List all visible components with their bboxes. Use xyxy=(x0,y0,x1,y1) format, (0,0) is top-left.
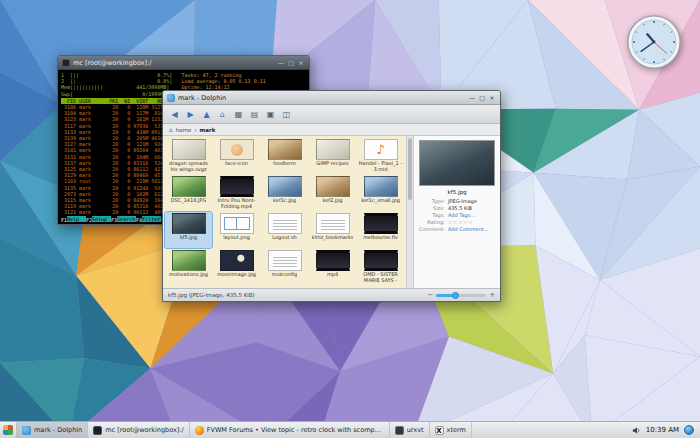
file-item[interactable]: mp4 xyxy=(309,249,356,285)
file-item[interactable]: layout.png xyxy=(213,212,260,248)
details-view-icon[interactable]: ▤ xyxy=(248,108,261,121)
file-item[interactable]: mozconfig xyxy=(261,249,308,285)
rating-stars: ☆☆☆☆☆ xyxy=(448,219,497,225)
file-item[interactable]: OMD - SISTER MARIE SAYS - OFFICIAL VIDEO xyxy=(357,249,404,285)
file-label: kf5.jpg xyxy=(180,235,197,241)
file-thumbnail xyxy=(316,213,350,234)
back-icon[interactable]: ◀ xyxy=(168,108,181,121)
file-item[interactable]: kef1c_small.jpg xyxy=(357,175,404,211)
terminal-title: mc [root@workingbox]:/ xyxy=(73,59,152,67)
file-item[interactable]: Logout.sh xyxy=(261,212,308,248)
taskbar-item[interactable]: urxvt xyxy=(390,422,430,438)
file-item[interactable]: face-icon xyxy=(213,138,260,174)
zoom-out-icon[interactable]: − xyxy=(427,291,433,299)
zoom-slider-handle[interactable] xyxy=(452,292,459,299)
file-thumbnail xyxy=(172,250,206,271)
analog-clock-widget xyxy=(626,14,682,70)
minimize-icon[interactable]: — xyxy=(277,58,285,67)
taskbar-item[interactable]: FVWM Forums • View topic - retro clock w… xyxy=(190,422,390,438)
dolphin-window[interactable]: mark - Dolphin — □ × ◀▶▲⌂▦▤▣◫ ⌂ home › m… xyxy=(162,90,501,302)
taskbar-item[interactable]: Xxterm xyxy=(430,422,472,438)
file-item[interactable]: DSC_1418.JPG xyxy=(165,175,212,211)
fkey-label[interactable]: Filter xyxy=(142,216,161,222)
minimize-icon[interactable]: — xyxy=(468,93,476,102)
tray-icon[interactable] xyxy=(684,425,694,435)
file-item[interactable]: Handel - Flavi_1 - 3.mid xyxy=(357,138,404,174)
fkey-label[interactable]: Setup xyxy=(92,216,111,222)
file-label: melbourne.flv xyxy=(363,235,398,241)
status-text: kf5.jpg (JPEG-Image, 435.5 KiB) xyxy=(168,292,255,298)
launcher-button[interactable] xyxy=(0,422,17,438)
volume-icon[interactable] xyxy=(632,426,641,435)
file-item[interactable]: Intru Pou Nont-Folding.mp4 xyxy=(213,175,260,211)
file-item[interactable]: kef1c.jpg xyxy=(261,175,308,211)
zoom-slider[interactable] xyxy=(436,294,486,297)
terminal-icon xyxy=(93,426,102,435)
close-icon[interactable]: × xyxy=(297,58,305,67)
forward-icon[interactable]: ▶ xyxy=(184,108,197,121)
taskbar-clock[interactable]: 10:39 AM xyxy=(646,426,679,434)
fkey-label[interactable]: Search xyxy=(117,216,136,222)
dolphin-window-icon xyxy=(167,94,175,102)
maximize-icon[interactable]: □ xyxy=(478,93,486,102)
file-thumbnail xyxy=(364,250,398,271)
file-label: Intru Pou Nont-Folding.mp4 xyxy=(214,198,259,209)
file-label: motivations.jpg xyxy=(169,272,208,278)
file-grid[interactable]: dragon spreads his wings.svgzface-iconfo… xyxy=(163,136,406,288)
meta-label: Rating: xyxy=(417,219,445,225)
breadcrumb-current[interactable]: mark xyxy=(200,127,216,133)
file-thumbnail xyxy=(268,213,302,234)
terminal-titlebar[interactable]: mc [root@workingbox]:/ — □ × xyxy=(58,56,309,70)
taskbar-item[interactable]: mc [root@workingbox]:/ xyxy=(88,422,190,438)
file-label: GIMP recipes xyxy=(316,161,348,167)
file-thumbnail xyxy=(316,176,350,197)
file-thumbnail xyxy=(220,213,254,234)
file-item[interactable]: moonimage.jpg xyxy=(213,249,260,285)
close-icon[interactable]: × xyxy=(488,93,496,102)
file-label: face-icon xyxy=(225,161,248,167)
taskbar-item-label: urxvt xyxy=(407,426,424,434)
maximize-icon[interactable]: □ xyxy=(287,58,295,67)
xterm-icon: X xyxy=(435,426,444,435)
file-thumbnail xyxy=(268,250,302,271)
meta-link[interactable]: Add Comment... xyxy=(448,226,497,232)
app-launcher-icon xyxy=(3,425,13,435)
file-item[interactable]: melbourne.flv xyxy=(357,212,404,248)
file-label: foodterm xyxy=(273,161,296,167)
file-thumbnail xyxy=(364,213,398,234)
meta-label: Type: xyxy=(417,198,445,204)
information-panel: kf5.jpg Type:JPEG-ImageSize:435.5 KiBTag… xyxy=(413,136,500,288)
file-item[interactable]: foodterm xyxy=(261,138,308,174)
file-thumbnail xyxy=(268,176,302,197)
scrollbar-thumb[interactable] xyxy=(408,138,412,200)
fkey-label[interactable]: Help xyxy=(67,216,86,222)
breadcrumb: ⌂ home › mark xyxy=(163,124,500,136)
file-label: mozconfig xyxy=(272,272,298,278)
meta-link[interactable]: Add Tags... xyxy=(448,212,497,218)
up-icon[interactable]: ▲ xyxy=(200,108,213,121)
firefox-icon xyxy=(195,426,204,435)
dolphin-titlebar[interactable]: mark - Dolphin — □ × xyxy=(163,91,500,105)
file-item[interactable]: dragon spreads his wings.svgz xyxy=(165,138,212,174)
file-item[interactable]: kf5.jpg xyxy=(165,212,212,248)
file-item[interactable]: kef2.jpg xyxy=(309,175,356,211)
taskbar-item[interactable]: mark - Dolphin xyxy=(17,422,88,438)
file-label: kef1c_small.jpg xyxy=(361,198,400,204)
dolphin-statusbar: kf5.jpg (JPEG-Image, 435.5 KiB) − + xyxy=(163,288,500,301)
file-item[interactable]: GIMP recipes xyxy=(309,138,356,174)
split-view-icon[interactable]: ◫ xyxy=(280,108,293,121)
file-item[interactable]: klmz_bookmarks xyxy=(309,212,356,248)
icons-view-icon[interactable]: ▦ xyxy=(232,108,245,121)
file-thumbnail xyxy=(172,176,206,197)
breadcrumb-separator-icon: › xyxy=(194,127,196,133)
scrollbar[interactable] xyxy=(406,136,413,288)
folder-icon: ⌂ xyxy=(169,126,173,133)
file-label: kef2.jpg xyxy=(322,198,342,204)
file-item[interactable]: motivations.jpg xyxy=(165,249,212,285)
meta-label: Comment: xyxy=(417,226,445,232)
breadcrumb-root[interactable]: home xyxy=(176,127,192,133)
home-icon[interactable]: ⌂ xyxy=(216,108,229,121)
zoom-in-icon[interactable]: + xyxy=(489,291,495,299)
preview-toggle-icon[interactable]: ▣ xyxy=(264,108,277,121)
file-thumbnail xyxy=(220,176,254,197)
